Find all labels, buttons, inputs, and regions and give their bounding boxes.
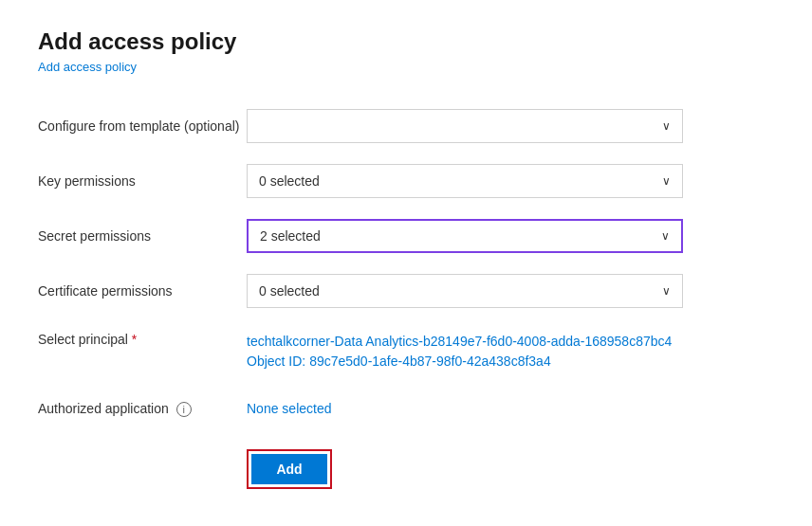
key-permissions-label: Key permissions bbox=[38, 173, 247, 189]
select-principal-row: Select principal techtalkcorner-Data Ana… bbox=[38, 328, 774, 372]
none-selected-link[interactable]: None selected bbox=[247, 401, 332, 416]
select-principal-control: techtalkcorner-Data Analytics-b28149e7-f… bbox=[247, 332, 683, 372]
certificate-permissions-dropdown[interactable]: 0 selected ∨ bbox=[247, 274, 683, 308]
principal-name-link[interactable]: techtalkcorner-Data Analytics-b28149e7-f… bbox=[247, 334, 672, 349]
key-permissions-control: 0 selected ∨ bbox=[247, 164, 683, 198]
certificate-permissions-value: 0 selected bbox=[259, 283, 320, 299]
configure-template-row: Configure from template (optional) ∨ bbox=[38, 108, 774, 144]
chevron-down-icon: ∨ bbox=[662, 174, 671, 188]
secret-permissions-value: 2 selected bbox=[260, 228, 321, 244]
certificate-permissions-row: Certificate permissions 0 selected ∨ bbox=[38, 273, 774, 309]
add-button-container: Add bbox=[247, 449, 332, 489]
access-policy-form: Configure from template (optional) ∨ Key… bbox=[38, 108, 774, 426]
authorized-application-control: None selected bbox=[247, 401, 683, 416]
info-icon[interactable]: i bbox=[176, 402, 192, 417]
configure-template-dropdown[interactable]: ∨ bbox=[247, 109, 683, 143]
chevron-down-icon: ∨ bbox=[662, 284, 671, 298]
breadcrumb[interactable]: Add access policy bbox=[38, 60, 137, 74]
configure-template-control: ∨ bbox=[247, 109, 683, 143]
select-principal-label: Select principal bbox=[38, 332, 247, 347]
authorized-application-label: Authorized application i bbox=[38, 401, 247, 417]
secret-permissions-label: Secret permissions bbox=[38, 228, 247, 244]
certificate-permissions-label: Certificate permissions bbox=[38, 283, 247, 299]
secret-permissions-control: 2 selected ∨ bbox=[247, 219, 683, 253]
object-id-link[interactable]: Object ID: 89c7e5d0-1afe-4b87-98f0-42a43… bbox=[247, 354, 551, 369]
secret-permissions-dropdown[interactable]: 2 selected ∨ bbox=[247, 219, 683, 253]
authorized-application-row: Authorized application i None selected bbox=[38, 390, 774, 426]
key-permissions-dropdown[interactable]: 0 selected ∨ bbox=[247, 164, 683, 198]
add-button[interactable]: Add bbox=[251, 454, 327, 484]
configure-template-label: Configure from template (optional) bbox=[38, 118, 247, 134]
page-title: Add access policy bbox=[38, 28, 774, 55]
key-permissions-value: 0 selected bbox=[259, 173, 320, 189]
add-button-wrapper: Add bbox=[247, 449, 774, 489]
key-permissions-row: Key permissions 0 selected ∨ bbox=[38, 163, 774, 199]
chevron-down-icon: ∨ bbox=[661, 229, 670, 243]
secret-permissions-row: Secret permissions 2 selected ∨ bbox=[38, 218, 774, 254]
certificate-permissions-control: 0 selected ∨ bbox=[247, 274, 683, 308]
chevron-down-icon: ∨ bbox=[662, 119, 671, 133]
